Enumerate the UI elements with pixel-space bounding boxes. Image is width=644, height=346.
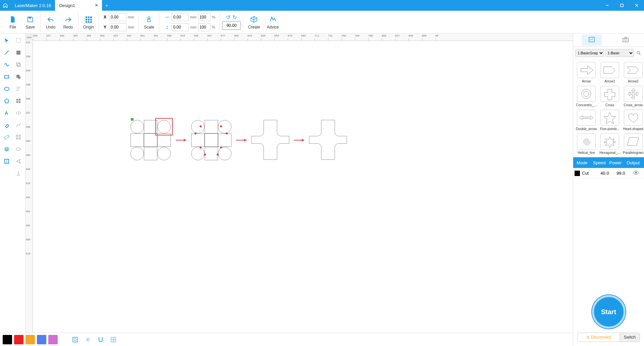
- laser-tool[interactable]: [13, 168, 24, 179]
- rotate-right-icon[interactable]: ↻: [232, 14, 237, 20]
- shape-library-item[interactable]: Concentric_...: [575, 85, 597, 108]
- shape-library-item[interactable]: Helical_line: [575, 133, 597, 155]
- width-pct-input[interactable]: [198, 13, 211, 21]
- grid-tool[interactable]: [13, 95, 24, 107]
- start-button[interactable]: Start: [592, 295, 626, 329]
- file-button[interactable]: File: [5, 13, 21, 31]
- shape-library-item[interactable]: Hexagonal_...: [599, 133, 621, 155]
- measure-tool[interactable]: [1, 131, 12, 143]
- color-chip[interactable]: [25, 335, 35, 344]
- canvas[interactable]: [33, 41, 573, 346]
- layers-tool[interactable]: [1, 143, 12, 155]
- shapes-tab[interactable]: [582, 35, 602, 46]
- shape-square[interactable]: [130, 133, 144, 147]
- eraser-tool[interactable]: [1, 119, 12, 131]
- category-select-1[interactable]: 1.BasicGrap: [575, 49, 604, 57]
- magnet-icon[interactable]: [95, 334, 106, 345]
- shape-square[interactable]: [205, 133, 218, 147]
- shape-circle[interactable]: [130, 147, 144, 160]
- marquee-tool[interactable]: [13, 35, 24, 46]
- shape-square[interactable]: [205, 120, 218, 133]
- color-chip[interactable]: [48, 335, 58, 344]
- canvas-tool[interactable]: [1, 156, 12, 167]
- polygon-tool[interactable]: [1, 95, 12, 107]
- shape-square[interactable]: [191, 133, 205, 147]
- array-tool[interactable]: [13, 131, 24, 143]
- ellipse-tool[interactable]: [1, 83, 12, 95]
- curve-tool[interactable]: [1, 59, 12, 70]
- rotate-left-icon[interactable]: ↺: [226, 14, 230, 20]
- close-button[interactable]: [629, 0, 644, 11]
- minimize-button[interactable]: [600, 0, 614, 11]
- save-button[interactable]: Save: [22, 13, 38, 31]
- color-chip[interactable]: [14, 335, 23, 344]
- layer-color-swatch[interactable]: [575, 171, 580, 176]
- shape-square[interactable]: [205, 147, 218, 160]
- advice-button[interactable]: Advice: [264, 13, 281, 31]
- shape-circle[interactable]: [157, 147, 171, 160]
- send-tool[interactable]: [13, 156, 24, 167]
- shape-library-item[interactable]: Heart-shaped: [622, 109, 644, 131]
- shape-library-item[interactable]: Arrow2: [622, 61, 644, 84]
- x-input[interactable]: [109, 13, 126, 21]
- fit-view-icon[interactable]: [70, 334, 80, 345]
- svg-marker-45: [244, 139, 247, 141]
- shape-library-item[interactable]: Cross_arrow: [622, 85, 644, 108]
- create-button[interactable]: Create: [245, 13, 263, 31]
- mirror-tool[interactable]: [13, 107, 24, 119]
- shape-circle[interactable]: [130, 120, 144, 133]
- shape-library-item[interactable]: Cross: [599, 85, 621, 108]
- text-tool[interactable]: A: [1, 107, 12, 119]
- close-tab-icon[interactable]: ×: [95, 2, 98, 8]
- shape-square[interactable]: [144, 147, 157, 160]
- color-chip[interactable]: [3, 335, 12, 344]
- origin-button[interactable]: Origin: [80, 13, 97, 31]
- category-select-2[interactable]: 1.Basic: [605, 49, 634, 57]
- width-input[interactable]: [171, 13, 189, 21]
- select-tool[interactable]: [1, 35, 12, 46]
- color-chip[interactable]: [37, 335, 46, 344]
- align-tool[interactable]: [13, 83, 24, 95]
- shape-library-item[interactable]: Arrow1: [599, 61, 621, 84]
- height-input[interactable]: [171, 23, 189, 31]
- shape-circle[interactable]: [218, 147, 231, 160]
- scale-button[interactable]: Scale: [141, 13, 157, 31]
- camera-tab[interactable]: [615, 35, 636, 46]
- y-input[interactable]: [109, 23, 126, 31]
- undo-icon: [47, 15, 55, 24]
- selection-box[interactable]: [155, 118, 173, 135]
- shape-square[interactable]: [157, 133, 171, 147]
- shape-library-item[interactable]: Five-pointe...: [599, 109, 621, 131]
- duplicate-tool[interactable]: [13, 59, 24, 70]
- height-pct-input[interactable]: [198, 23, 211, 31]
- home-button[interactable]: [0, 0, 11, 11]
- maximize-button[interactable]: [614, 0, 629, 11]
- shape-library-item[interactable]: Arrow: [575, 61, 597, 84]
- shape-circle[interactable]: [191, 147, 205, 160]
- focus-icon[interactable]: [83, 334, 93, 345]
- rotate-input[interactable]: [222, 21, 241, 30]
- rect-tool[interactable]: [1, 71, 12, 82]
- grid-icon[interactable]: [108, 334, 119, 345]
- visibility-toggle[interactable]: [629, 171, 643, 176]
- undo-button[interactable]: Undo: [43, 13, 59, 31]
- shape-square[interactable]: [144, 133, 157, 147]
- layer-row[interactable]: Cut 40.0 99.0: [573, 168, 644, 179]
- union-tool[interactable]: [13, 71, 24, 82]
- shape-cross[interactable]: [308, 119, 348, 161]
- tab-design1[interactable]: Design1 ×: [55, 0, 102, 11]
- shape-square[interactable]: [218, 133, 231, 147]
- redo-button[interactable]: Redo: [60, 13, 76, 31]
- search-icon[interactable]: [635, 51, 642, 55]
- shape-library-item[interactable]: Double_arrow: [575, 109, 597, 131]
- connection-status[interactable]: ⊘Disconnect: [578, 333, 620, 342]
- cloud-tool[interactable]: [13, 143, 24, 155]
- shape-circle[interactable]: [191, 120, 205, 133]
- fill-tool[interactable]: [13, 47, 24, 58]
- shape-library-item[interactable]: Parallelogram: [622, 133, 644, 155]
- line-tool[interactable]: [1, 47, 12, 58]
- path-edit-tool[interactable]: [13, 119, 24, 131]
- add-tab-button[interactable]: +: [102, 0, 111, 11]
- shape-cross[interactable]: [250, 119, 290, 161]
- switch-button[interactable]: Switch: [620, 333, 640, 342]
